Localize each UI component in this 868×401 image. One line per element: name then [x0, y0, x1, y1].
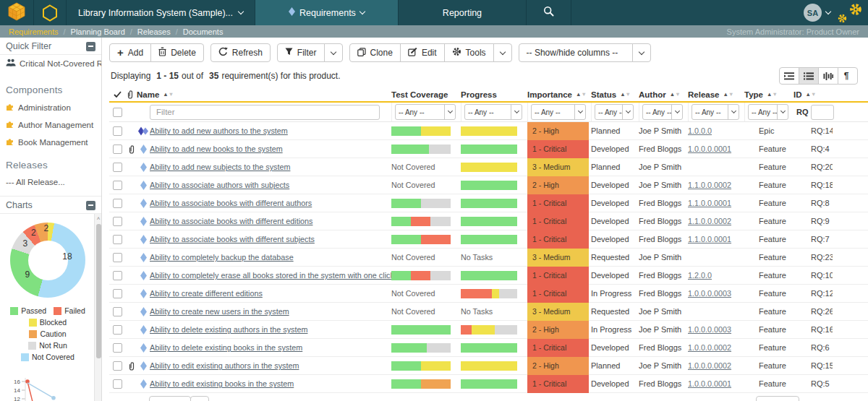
tab-requirements[interactable]: Requirements [255, 0, 399, 25]
column-header-progress[interactable]: Progress [461, 90, 527, 99]
pager-button[interactable] [149, 396, 191, 401]
requirement-link[interactable]: Ability to associate authors with subjec… [150, 181, 391, 189]
column-header-name[interactable]: Name ▲▼ [137, 90, 391, 99]
view-tree-button[interactable] [779, 67, 799, 85]
row-checkbox[interactable] [113, 181, 122, 190]
show-hide-columns-select[interactable]: -- Show/hide columns -- [519, 43, 633, 62]
breadcrumb-planning-board[interactable]: Planning Board [71, 27, 125, 36]
sort-icons[interactable]: ▲▼ [723, 91, 733, 98]
column-header-type[interactable]: Type▲▼ [744, 90, 793, 99]
delete-button[interactable]: Delete [150, 43, 204, 62]
release-link[interactable]: 1.0.0.0 [688, 126, 712, 135]
tools-dropdown-button[interactable] [493, 43, 512, 62]
pager-button[interactable] [190, 396, 209, 401]
requirement-link[interactable]: Ability to edit existing authors in the … [150, 361, 391, 370]
show-hide-columns-caret[interactable] [632, 43, 651, 62]
release-link[interactable]: 1.1.0.0.0002 [688, 217, 731, 225]
clone-button[interactable]: Clone [349, 43, 401, 62]
breadcrumb-requirements[interactable]: Requirements [9, 27, 58, 36]
column-header-release[interactable]: Release▲▼ [688, 90, 744, 99]
filter-button[interactable]: Filter [277, 43, 325, 62]
add-button[interactable]: + Add [109, 43, 151, 62]
sort-icons[interactable]: ▲▼ [620, 91, 631, 98]
component-item-administration[interactable]: Administration [0, 99, 101, 116]
requirement-link[interactable]: Ability to associate books with differen… [150, 217, 391, 225]
row-checkbox[interactable] [113, 126, 122, 136]
breadcrumb-releases[interactable]: Releases [137, 27, 171, 36]
requirement-link[interactable]: Ability to add new subjects to the syste… [150, 163, 391, 171]
filter-select-type[interactable]: -- Any -- [748, 104, 788, 120]
requirement-link[interactable]: Ability to delete existing books in the … [150, 343, 391, 352]
test-coverage-donut-chart[interactable]: 189322 [10, 223, 85, 298]
sort-icons[interactable]: ▲▼ [670, 91, 681, 98]
release-link[interactable]: 1.0.0.0.0001 [688, 379, 731, 388]
chevron-down-icon[interactable] [825, 9, 831, 14]
sort-icons[interactable]: ▲▼ [806, 91, 817, 98]
tab-reporting[interactable]: Reporting [399, 0, 527, 25]
trend-line-chart[interactable]: 161412 [6, 374, 91, 401]
column-header-status[interactable]: Status▲▼ [591, 90, 639, 99]
filter-row-checkbox[interactable] [113, 108, 122, 117]
view-list-button[interactable] [799, 67, 819, 85]
filter-select-importance[interactable]: -- Any -- [531, 104, 586, 120]
row-checkbox[interactable] [113, 271, 122, 280]
release-link[interactable]: 1.0.0.0.0002 [688, 361, 731, 370]
product-selector[interactable]: Library Information System (Sample)... [67, 0, 255, 25]
view-document-button[interactable]: ¶ [838, 67, 858, 85]
row-checkbox[interactable] [113, 361, 122, 371]
filter-dropdown-button[interactable] [324, 43, 343, 62]
edit-button[interactable]: Edit [400, 43, 445, 62]
sort-icons[interactable]: ▲▼ [163, 91, 174, 98]
release-link[interactable]: 1.0.0.0.0002 [688, 343, 731, 352]
column-header-id[interactable]: ID▲▼ [793, 90, 833, 99]
filter-select-release[interactable]: -- Any -- [692, 104, 739, 120]
row-checkbox[interactable] [113, 235, 122, 244]
scrollbar-thumb[interactable] [96, 224, 101, 358]
row-checkbox[interactable] [113, 217, 122, 226]
collapse-charts-button[interactable] [86, 201, 95, 210]
breadcrumb-documents[interactable]: Documents [183, 27, 224, 36]
release-link[interactable]: 1.1.0.0.0001 [688, 235, 731, 243]
release-filter-all[interactable]: --- All Release... [0, 174, 101, 190]
scroll-up-arrow[interactable]: ˄ [95, 215, 101, 223]
requirement-link[interactable]: Ability to associate books with differen… [150, 199, 391, 207]
column-header-importance[interactable]: Importance▲▼ [527, 90, 591, 99]
id-filter-input[interactable] [811, 105, 834, 120]
component-item-book-management[interactable]: Book Management [0, 134, 101, 151]
quick-filter-item[interactable]: Critical Not-Covered R [0, 55, 101, 72]
release-link[interactable]: 1.1.0.0.0001 [688, 199, 731, 207]
app-logo[interactable] [0, 0, 34, 25]
column-header-author[interactable]: Author▲▼ [639, 90, 688, 99]
settings-gears-icon[interactable] [838, 3, 862, 23]
row-checkbox[interactable] [113, 253, 122, 262]
select-all-check-icon[interactable] [109, 91, 127, 98]
avatar[interactable]: SA [804, 4, 822, 22]
release-link[interactable]: 1.2.0.0 [688, 271, 712, 280]
release-link[interactable]: 1.0.0.0.0003 [688, 289, 731, 298]
sort-icons[interactable]: ▲▼ [576, 91, 587, 98]
workspace-hexagon-icon[interactable] [34, 0, 67, 25]
search-button[interactable] [527, 0, 571, 25]
requirement-link[interactable]: Ability to completely backup the databas… [150, 253, 391, 262]
column-header-test-coverage[interactable]: Test Coverage [391, 90, 461, 99]
requirement-link[interactable]: Ability to create new users in the syste… [150, 307, 391, 316]
collapse-quick-filter-button[interactable] [86, 42, 95, 51]
component-item-author-management[interactable]: Author Management [0, 116, 101, 134]
refresh-button[interactable]: Refresh [210, 43, 271, 62]
attachment-column-icon[interactable] [127, 90, 137, 99]
pager-button[interactable] [756, 396, 799, 401]
tools-button[interactable]: Tools [444, 43, 494, 62]
filter-select-status[interactable]: -- Any -- [595, 104, 634, 120]
row-checkbox[interactable] [113, 379, 122, 389]
requirement-link[interactable]: Ability to add new books to the system [150, 145, 391, 153]
requirement-link[interactable]: Ability to add new authors to the system [150, 126, 391, 135]
name-filter-input[interactable] [150, 105, 380, 120]
requirement-link[interactable]: Ability to edit existing books in the sy… [150, 379, 391, 388]
row-checkbox[interactable] [113, 307, 122, 316]
filter-select-test-coverage[interactable]: -- Any -- [395, 104, 456, 120]
requirement-link[interactable]: Ability to associate books with differen… [150, 235, 391, 243]
sort-icons[interactable]: ▲▼ [767, 91, 778, 98]
row-checkbox[interactable] [113, 289, 122, 298]
row-checkbox[interactable] [113, 163, 122, 172]
release-link[interactable]: 1.0.0.0.0001 [688, 145, 731, 153]
